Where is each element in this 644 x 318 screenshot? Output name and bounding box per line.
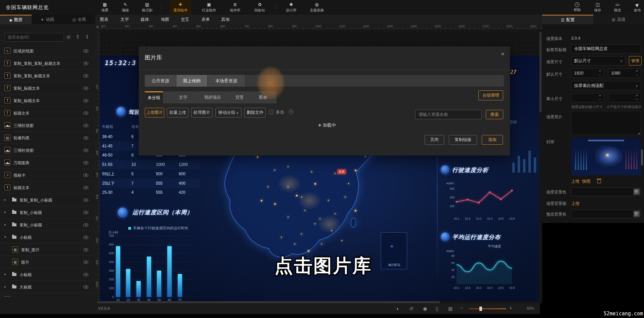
tab-my-uploads[interactable]: 我上传的 xyxy=(176,75,208,87)
device-preview-icon[interactable]: ▯ xyxy=(436,306,438,311)
theme-toggle-icon[interactable]: ◑ xyxy=(396,306,398,311)
resize-handle[interactable]: ◢ xyxy=(638,131,640,135)
zoom-in-icon[interactable]: + xyxy=(509,305,512,311)
layer-row[interactable]: ▸复制_小标题 xyxy=(0,219,95,231)
delete-file-button[interactable]: 删除文件 xyxy=(244,108,266,118)
keyboard-shortcuts-icon[interactable]: ▤ xyxy=(448,306,453,311)
toolbar-item-common-components[interactable]: ✚通用组件 xyxy=(170,0,191,15)
layer-row-partial[interactable] xyxy=(0,293,95,297)
eye-visibility-icon[interactable] xyxy=(83,111,88,115)
layer-row[interactable]: ▸小标题 xyxy=(0,268,95,281)
tab-title-input[interactable]: 全国车辆联网总览 xyxy=(571,44,641,53)
header-action-publish[interactable]: ▶发布 xyxy=(627,0,644,15)
preview-bg-input[interactable] xyxy=(571,210,641,218)
folder-chevron-icon[interactable]: ▾ xyxy=(4,235,6,239)
minus-icon[interactable]: − xyxy=(635,98,639,102)
eye-visibility-icon[interactable] xyxy=(83,124,88,127)
minus-icon[interactable]: − xyxy=(598,73,602,77)
multi-select-checkbox[interactable] xyxy=(269,110,273,114)
search-button[interactable]: 搜索 xyxy=(486,110,503,119)
layer-row[interactable]: T复制_复制_标题文本 xyxy=(0,70,95,82)
eye-visibility-icon[interactable] xyxy=(83,62,88,65)
layer-row[interactable]: ▾小标题 xyxy=(0,231,95,243)
toolbar-item-format-brush[interactable]: ▨格式刷 xyxy=(136,0,158,15)
group-tab-text[interactable]: 文字 xyxy=(176,91,190,103)
eye-visibility-icon[interactable] xyxy=(83,223,88,227)
min-width-stepper[interactable]: +− xyxy=(571,93,604,102)
eye-visibility-icon[interactable] xyxy=(83,49,88,53)
layer-row[interactable]: T标题文本 xyxy=(0,107,95,119)
move-bottom-icon[interactable]: ↧ xyxy=(85,34,89,39)
eye-visibility-icon[interactable] xyxy=(83,198,88,202)
header-action-preview[interactable]: ▭预览 xyxy=(607,0,628,15)
toolbar-item-design-library[interactable]: ✱设计库 xyxy=(281,0,302,15)
eye-visibility-icon[interactable] xyxy=(83,186,88,189)
eye-visibility-icon[interactable] xyxy=(83,261,88,264)
zoom-slider-thumb[interactable] xyxy=(479,307,482,311)
eye-visibility-icon[interactable] xyxy=(83,211,88,214)
eye-visibility-icon[interactable] xyxy=(83,136,88,140)
modal-close-button[interactable]: 关闭 xyxy=(425,135,444,145)
cover-thumbnail[interactable] xyxy=(571,138,641,175)
toolbar-item-industry-components[interactable]: ▣行业组件 xyxy=(198,0,220,15)
header-action-save[interactable]: ◫保存 xyxy=(588,0,608,15)
scene-size-select[interactable]: 默认尺寸∨ xyxy=(571,56,626,65)
close-icon[interactable]: × xyxy=(501,50,505,58)
eye-visibility-icon[interactable] xyxy=(83,273,88,276)
layer-row[interactable]: ▤轮播列表 xyxy=(0,132,95,144)
layer-search-input[interactable] xyxy=(5,33,64,42)
group-manage-button[interactable]: 分组管理 xyxy=(478,90,503,100)
eye-visibility-icon[interactable] xyxy=(83,174,88,177)
layer-row[interactable]: ▨复制_图片 xyxy=(0,243,95,256)
layer-row[interactable]: ∿区域折线图 xyxy=(0,45,95,57)
eye-visibility-icon[interactable] xyxy=(83,74,88,78)
toolbar-item-scene[interactable]: ▦场景 xyxy=(94,0,116,15)
copy-link-button[interactable]: 复制链接 xyxy=(449,135,477,145)
layer-row[interactable]: ▨图片 xyxy=(0,256,95,268)
eye-visibility-icon[interactable] xyxy=(83,285,88,289)
zoom-slider-track[interactable] xyxy=(469,308,506,309)
layer-row[interactable]: T复制_复制_复制_标题文本 xyxy=(0,57,95,70)
header-action-help[interactable]: ?帮助 xyxy=(567,0,587,15)
layer-row[interactable]: ▸大标题 xyxy=(0,281,95,293)
folder-chevron-icon[interactable]: ▸ xyxy=(4,198,6,201)
zoom-out-icon[interactable]: − xyxy=(460,305,463,311)
batch-upload-button[interactable]: 批量上传 xyxy=(167,108,188,118)
eye-visibility-icon[interactable] xyxy=(83,248,88,252)
category-map[interactable]: 地图 xyxy=(156,15,174,24)
cover-delete-icon[interactable] xyxy=(597,180,601,183)
eye-visibility-icon[interactable] xyxy=(83,149,88,152)
panel-scrollbar-thumb[interactable] xyxy=(641,149,643,166)
move-top-icon[interactable]: ↥ xyxy=(76,34,80,39)
preview-bg-picker-icon[interactable] xyxy=(633,211,640,217)
eye-visibility-icon[interactable] xyxy=(83,236,88,239)
category-text[interactable]: 文字 xyxy=(116,15,134,24)
scene-desc-textarea[interactable]: ◢ xyxy=(571,111,641,135)
add-button[interactable]: 添加 xyxy=(482,135,503,145)
cover-upload-link[interactable]: 上传 xyxy=(571,179,579,184)
folder-chevron-icon[interactable]: ▸ xyxy=(4,272,6,276)
tab-animation[interactable]: ✦动画 xyxy=(32,15,63,24)
minus-icon[interactable]: − xyxy=(598,98,602,102)
tab-layers[interactable]: ◈图层 xyxy=(0,15,32,24)
category-form[interactable]: 表单 xyxy=(197,15,215,24)
width-stepper[interactable]: 1920+− xyxy=(571,69,604,78)
move-group-dropdown[interactable]: 移动分组 ∨ xyxy=(215,108,242,118)
toolbar-item-recycle-bin[interactable]: ♻回收站 xyxy=(249,0,270,15)
eye-visibility-icon[interactable] xyxy=(83,87,88,90)
tab-advanced[interactable]: ⊞高级 xyxy=(593,15,644,24)
category-other[interactable]: 其他 xyxy=(216,15,234,24)
layer-row[interactable]: ↗指标卡 xyxy=(0,169,95,181)
layer-row[interactable]: ▸复制_小标题 xyxy=(0,206,95,219)
layer-row[interactable]: ▂▆▃三维柱状图 xyxy=(0,119,95,132)
category-media[interactable]: 媒体 xyxy=(136,15,154,24)
tab-public-resources[interactable]: 公共资源 xyxy=(145,75,176,87)
bg-image-upload-link[interactable]: 上传 xyxy=(571,201,579,207)
manage-button[interactable]: 管理 xyxy=(629,56,642,65)
toolbar-item-component-library[interactable]: ≣组件库 xyxy=(224,0,246,15)
fit-mode-select[interactable]: 按屏幕比例适配∨ xyxy=(571,81,641,90)
min-height-stepper[interactable]: +− xyxy=(608,93,641,102)
category-charts[interactable]: 图表 xyxy=(95,15,113,24)
ruler-origin-icon[interactable]: ⊕ xyxy=(95,24,100,29)
toolbar-item-edit[interactable]: ✎编辑 xyxy=(115,0,136,15)
